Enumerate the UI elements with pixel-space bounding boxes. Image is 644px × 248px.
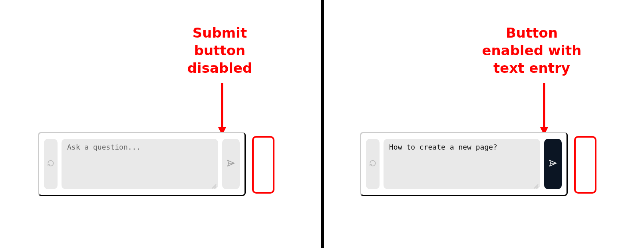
callout-text-right: Buttonenabled withtext entry [436,24,628,77]
chat-input-bar: Ask a question... [38,132,246,196]
chat-input-bar: How to create a new page? [360,132,568,196]
submit-button[interactable] [544,139,562,189]
highlight-box [574,136,596,194]
refresh-icon [369,160,376,168]
panel-disabled-state: Submitbuttondisabled Ask a question... [0,0,322,248]
send-icon [549,159,557,169]
callout-text-left: Submitbuttondisabled [124,24,316,77]
arrow-icon [539,83,549,135]
resize-grip-icon [533,183,539,188]
question-input[interactable]: Ask a question... [62,139,218,189]
input-value: How to create a new page? [389,143,497,151]
svg-line-3 [214,186,216,188]
refresh-button[interactable] [44,139,58,189]
input-placeholder: Ask a question... [67,143,141,151]
text-caret [498,143,498,151]
arrow-icon [217,83,227,135]
vertical-divider [321,0,324,248]
highlight-box [252,136,274,194]
svg-line-6 [534,184,538,188]
resize-grip-icon [211,183,217,188]
svg-line-2 [212,184,216,188]
question-input[interactable]: How to create a new page? [384,139,540,189]
refresh-icon [47,160,54,168]
svg-line-7 [536,186,538,188]
send-icon [227,159,235,169]
panel-enabled-state: Buttonenabled withtext entry How to crea… [322,0,644,248]
submit-button [222,139,240,189]
refresh-button[interactable] [366,139,380,189]
